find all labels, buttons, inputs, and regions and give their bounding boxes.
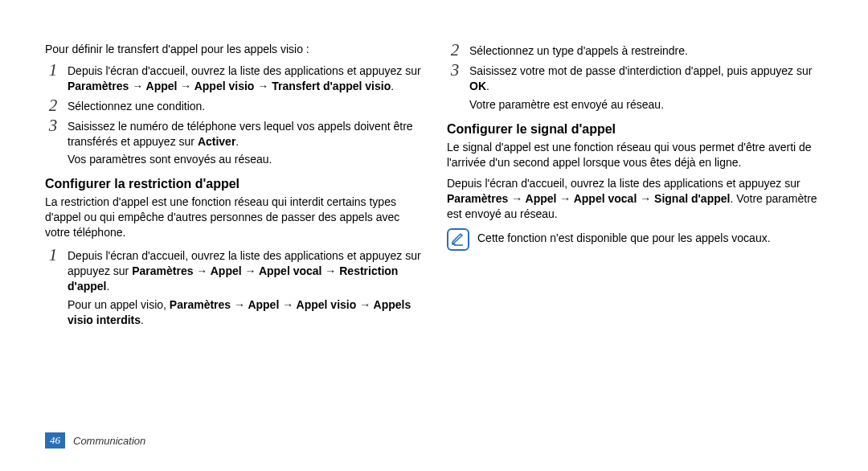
restriction-steps: 1 Depuis l'écran d'accueil, ouvrez la li… — [45, 247, 421, 327]
restriction-steps-cont: 2 Sélectionnez un type d'appels à restre… — [447, 42, 823, 113]
step-body: Depuis l'écran d'accueil, ouvrez la list… — [68, 247, 421, 294]
intro-text: Pour définir le transfert d'appel pour l… — [45, 42, 421, 57]
step-number: 2 — [447, 42, 463, 59]
heading-signal: Configurer le signal d'appel — [447, 122, 823, 137]
step-note: Vos paramètres sont envoyés au réseau. — [45, 152, 421, 167]
step-body: Saisissez votre mot de passe d'interdict… — [469, 62, 823, 94]
visio-transfer-steps: 1 Depuis l'écran d'accueil, ouvrez la li… — [45, 62, 421, 167]
right-column: 2 Sélectionnez un type d'appels à restre… — [447, 42, 823, 335]
list-item: 3 Saisissez le numéro de téléphone vers … — [45, 117, 421, 149]
heading-restriction: Configurer la restriction d'appel — [45, 177, 421, 191]
page-footer: 46 Communication — [45, 432, 145, 448]
step-number: 2 — [45, 97, 61, 114]
signal-para: Le signal d'appel est une fonction résea… — [447, 140, 823, 170]
page-number: 46 — [45, 432, 65, 448]
signal-nav: Depuis l'écran d'accueil, ouvrez la list… — [447, 176, 823, 222]
step-body: Saisissez le numéro de téléphone vers le… — [68, 117, 421, 149]
step-number: 1 — [45, 247, 61, 264]
step-body: Depuis l'écran d'accueil, ouvrez la list… — [68, 62, 421, 94]
list-item: 1 Depuis l'écran d'accueil, ouvrez la li… — [45, 247, 421, 294]
step-number: 3 — [447, 62, 463, 79]
list-item: 2 Sélectionnez une condition. — [45, 97, 421, 114]
list-item: 1 Depuis l'écran d'accueil, ouvrez la li… — [45, 62, 421, 94]
step-note: Votre paramètre est envoyé au réseau. — [447, 97, 823, 113]
list-item: 2 Sélectionnez un type d'appels à restre… — [447, 42, 823, 59]
list-item: 3 Saisissez votre mot de passe d'interdi… — [447, 62, 823, 94]
restriction-para: La restriction d'appel est une fonction … — [45, 195, 421, 240]
section-name: Communication — [73, 435, 145, 447]
note-row: Cette fonction n'est disponible que pour… — [447, 228, 823, 251]
step-body: Sélectionnez un type d'appels à restrein… — [469, 42, 823, 59]
note-icon — [447, 228, 469, 251]
left-column: Pour définir le transfert d'appel pour l… — [45, 42, 421, 335]
step-body: Sélectionnez une condition. — [68, 97, 421, 114]
step-number: 1 — [45, 62, 61, 79]
step-extra: Pour un appel visio, Paramètres → Appel … — [45, 297, 421, 328]
step-number: 3 — [45, 117, 61, 134]
page-columns: Pour définir le transfert d'appel pour l… — [45, 42, 823, 335]
note-text: Cette fonction n'est disponible que pour… — [477, 228, 823, 246]
